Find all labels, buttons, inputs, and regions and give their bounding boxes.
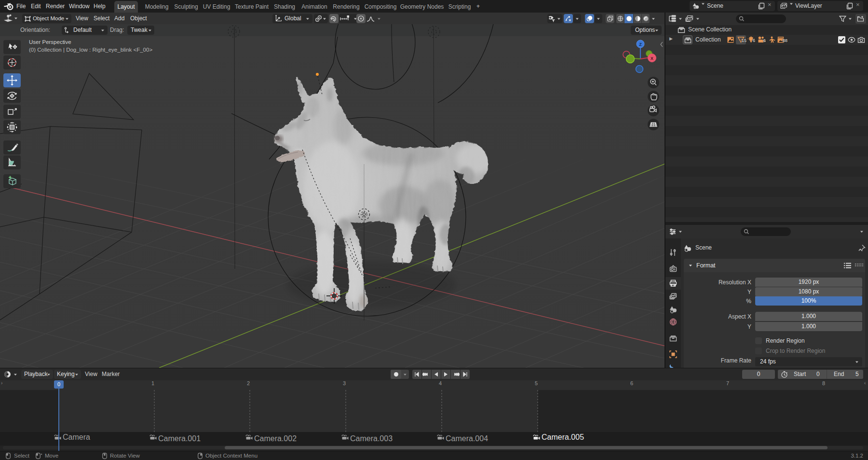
svg-text:X: X (651, 56, 653, 61)
svg-text:Z: Z (639, 42, 642, 47)
